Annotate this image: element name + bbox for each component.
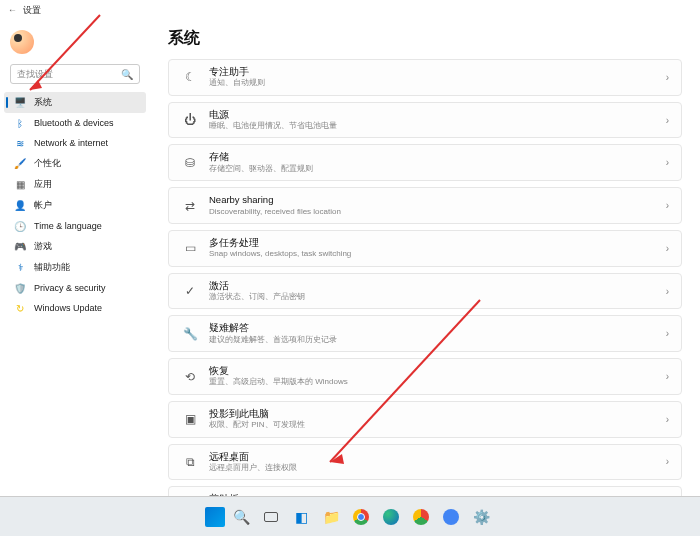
system-icon: 🖥️ — [14, 97, 26, 109]
card-subtitle: 远程桌面用户、连接权限 — [209, 463, 656, 473]
nav-list: 🖥️系统ᛒBluetooth & devices≋Network & inter… — [4, 92, 146, 318]
back-icon[interactable]: ← — [8, 5, 17, 15]
chevron-right-icon: › — [666, 200, 669, 211]
taskbar-app1[interactable] — [407, 503, 435, 531]
card-subtitle: 通知、自动规则 — [209, 78, 656, 88]
settings-card-1[interactable]: ⏻电源睡眠、电池使用情况、节省电池电量› — [168, 102, 682, 139]
chevron-right-icon: › — [666, 115, 669, 126]
chevron-right-icon: › — [666, 243, 669, 254]
card-title: 远程桌面 — [209, 451, 656, 463]
content-area: 查找设置 🔍 🖥️系统ᛒBluetooth & devices≋Network … — [0, 20, 700, 496]
sidebar-item-3[interactable]: 🖌️个性化 — [4, 153, 146, 174]
sidebar-item-2[interactable]: ≋Network & internet — [4, 133, 146, 153]
card-subtitle: 重置、高级启动、早期版本的 Windows — [209, 377, 656, 387]
sidebar-item-label: Bluetooth & devices — [34, 118, 114, 128]
settings-card-2[interactable]: ⛁存储存储空间、驱动器、配置规则› — [168, 144, 682, 181]
gamepad-icon: 🎮 — [14, 241, 26, 253]
sidebar-item-label: Time & language — [34, 221, 102, 231]
settings-card-9[interactable]: ⧉远程桌面远程桌面用户、连接权限› — [168, 444, 682, 481]
card-title: 存储 — [209, 151, 656, 163]
sidebar-item-10[interactable]: ↻Windows Update — [4, 298, 146, 318]
card-subtitle: Discoverability, received files location — [209, 207, 656, 217]
card-body: 疑难解答建议的疑难解答、首选项和历史记录 — [209, 322, 656, 345]
sidebar: 查找设置 🔍 🖥️系统ᛒBluetooth & devices≋Network … — [0, 20, 150, 496]
card-title: 专注助手 — [209, 66, 656, 78]
window-title: 设置 — [23, 4, 41, 17]
sidebar-item-label: 应用 — [34, 178, 52, 191]
card-body: 存储存储空间、驱动器、配置规则 — [209, 151, 656, 174]
apps-icon: ▦ — [14, 179, 26, 191]
power-icon: ⏻ — [181, 111, 199, 129]
sidebar-item-label: 个性化 — [34, 157, 61, 170]
settings-card-7[interactable]: ⟲恢复重置、高级启动、早期版本的 Windows› — [168, 358, 682, 395]
wrench-icon: 🔧 — [181, 325, 199, 343]
person-icon: 👤 — [14, 200, 26, 212]
taskbar-settings[interactable]: ⚙️ — [467, 503, 495, 531]
moon-icon: ☾ — [181, 68, 199, 86]
settings-card-8[interactable]: ▣投影到此电脑权限、配对 PIN、可发现性› — [168, 401, 682, 438]
settings-card-6[interactable]: 🔧疑难解答建议的疑难解答、首选项和历史记录› — [168, 315, 682, 352]
card-subtitle: Snap windows, desktops, task switching — [209, 249, 656, 259]
card-title: 恢复 — [209, 365, 656, 377]
sidebar-item-8[interactable]: ⚕辅助功能 — [4, 257, 146, 278]
card-body: Nearby sharingDiscoverability, received … — [209, 194, 656, 217]
taskbar-app2[interactable] — [437, 503, 465, 531]
taskbar-taskview[interactable] — [257, 503, 285, 531]
taskbar-edge[interactable] — [377, 503, 405, 531]
share-icon: ⇄ — [181, 197, 199, 215]
sidebar-item-label: Privacy & security — [34, 283, 106, 293]
settings-card-4[interactable]: ▭多任务处理Snap windows, desktops, task switc… — [168, 230, 682, 267]
sidebar-item-9[interactable]: 🛡️Privacy & security — [4, 278, 146, 298]
taskbar-search[interactable]: 🔍 — [227, 503, 255, 531]
sidebar-item-label: 辅助功能 — [34, 261, 70, 274]
chevron-right-icon: › — [666, 414, 669, 425]
card-body: 投影到此电脑权限、配对 PIN、可发现性 — [209, 408, 656, 431]
sidebar-item-label: 系统 — [34, 96, 52, 109]
user-avatar-row[interactable] — [4, 26, 146, 62]
card-subtitle: 睡眠、电池使用情况、节省电池电量 — [209, 121, 656, 131]
chevron-right-icon: › — [666, 371, 669, 382]
chevron-right-icon: › — [666, 72, 669, 83]
chevron-right-icon: › — [666, 328, 669, 339]
card-subtitle: 存储空间、驱动器、配置规则 — [209, 164, 656, 174]
main-panel: 系统 ☾专注助手通知、自动规则›⏻电源睡眠、电池使用情况、节省电池电量›⛁存储存… — [150, 20, 700, 496]
sidebar-item-label: Windows Update — [34, 303, 102, 313]
chevron-right-icon: › — [666, 286, 669, 297]
sidebar-item-5[interactable]: 👤帐户 — [4, 195, 146, 216]
check-icon: ✓ — [181, 282, 199, 300]
settings-card-0[interactable]: ☾专注助手通知、自动规则› — [168, 59, 682, 96]
project-icon: ▣ — [181, 410, 199, 428]
sidebar-item-4[interactable]: ▦应用 — [4, 174, 146, 195]
accessibility-icon: ⚕ — [14, 262, 26, 274]
search-placeholder: 查找设置 — [17, 68, 53, 81]
multitask-icon: ▭ — [181, 239, 199, 257]
brush-icon: 🖌️ — [14, 158, 26, 170]
card-subtitle: 权限、配对 PIN、可发现性 — [209, 420, 656, 430]
sidebar-item-label: 游戏 — [34, 240, 52, 253]
remote-icon: ⧉ — [181, 453, 199, 471]
taskbar-chrome[interactable] — [347, 503, 375, 531]
taskbar-start[interactable] — [205, 507, 225, 527]
card-body: 远程桌面远程桌面用户、连接权限 — [209, 451, 656, 474]
sidebar-item-7[interactable]: 🎮游戏 — [4, 236, 146, 257]
wifi-icon: ≋ — [14, 137, 26, 149]
sidebar-item-label: Network & internet — [34, 138, 108, 148]
taskbar-explorer[interactable]: 📁 — [317, 503, 345, 531]
card-title: 疑难解答 — [209, 322, 656, 334]
avatar-icon — [10, 30, 34, 54]
page-title: 系统 — [168, 28, 682, 49]
card-body: 电源睡眠、电池使用情况、节省电池电量 — [209, 109, 656, 132]
card-title: 激活 — [209, 280, 656, 292]
search-input[interactable]: 查找设置 🔍 — [10, 64, 140, 84]
settings-card-5[interactable]: ✓激活激活状态、订阅、产品密钥› — [168, 273, 682, 310]
sidebar-item-1[interactable]: ᛒBluetooth & devices — [4, 113, 146, 133]
chevron-right-icon: › — [666, 456, 669, 467]
card-subtitle: 建议的疑难解答、首选项和历史记录 — [209, 335, 656, 345]
titlebar: ← 设置 — [0, 0, 700, 20]
sidebar-item-0[interactable]: 🖥️系统 — [4, 92, 146, 113]
taskbar-widgets[interactable]: ◧ — [287, 503, 315, 531]
settings-card-3[interactable]: ⇄Nearby sharingDiscoverability, received… — [168, 187, 682, 224]
card-title: 投影到此电脑 — [209, 408, 656, 420]
settings-card-10[interactable]: 📋剪贴板Cut and copy history, sync, clear› — [168, 486, 682, 496]
sidebar-item-6[interactable]: 🕒Time & language — [4, 216, 146, 236]
